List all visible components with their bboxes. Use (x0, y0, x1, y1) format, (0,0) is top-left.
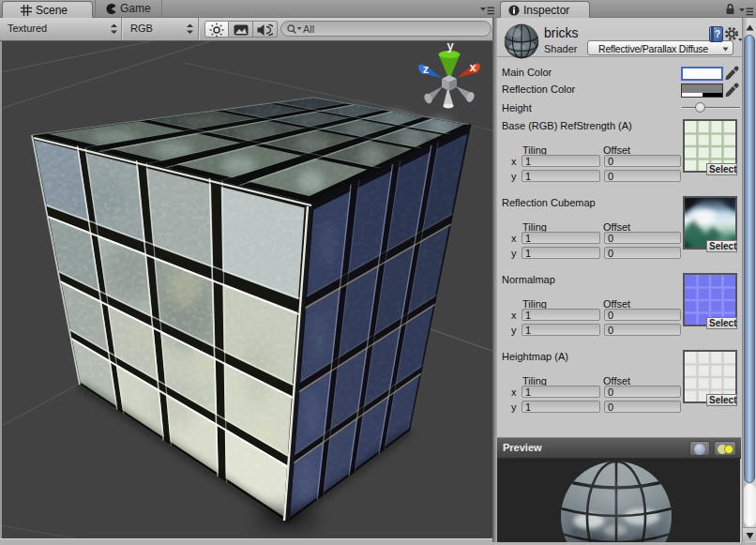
svg-text:z: z (423, 62, 430, 76)
svg-text:x: x (469, 60, 476, 74)
svg-text:y: y (446, 41, 454, 53)
